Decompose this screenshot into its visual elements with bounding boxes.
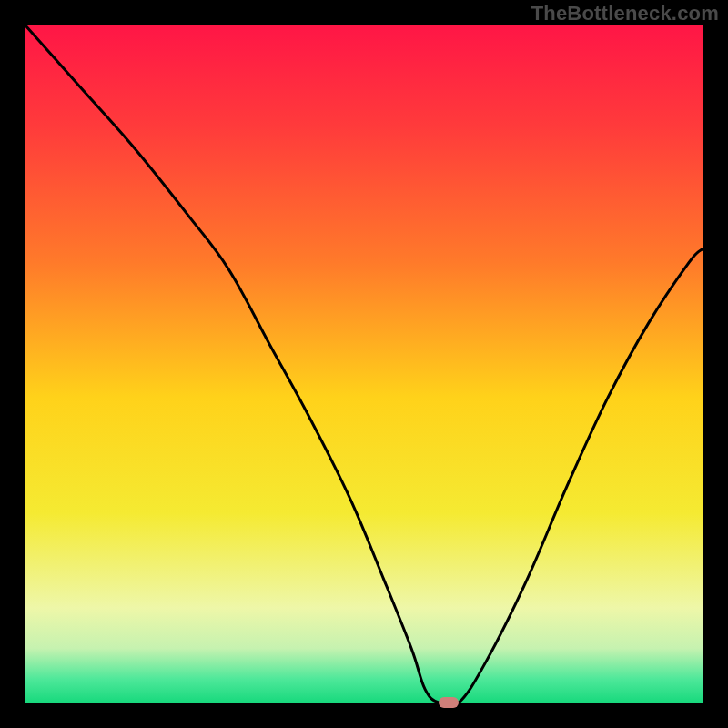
watermark-text: TheBottleneck.com — [531, 2, 719, 25]
bottleneck-chart — [25, 25, 703, 703]
chart-frame: TheBottleneck.com — [0, 0, 728, 728]
chart-background — [25, 25, 703, 703]
minimum-marker — [439, 697, 459, 708]
